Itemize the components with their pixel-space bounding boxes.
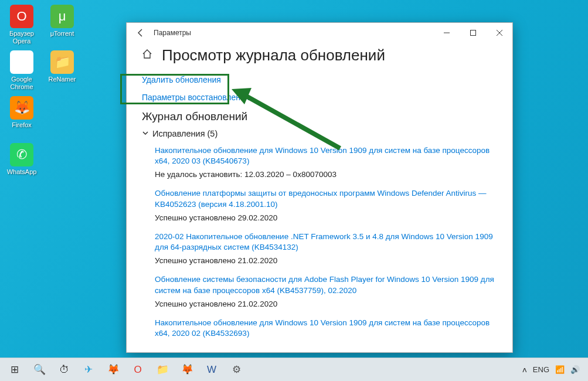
window-title: Параметры xyxy=(154,29,433,37)
update-item: 2020-02 Накопительное обновление .NET Fr… xyxy=(155,232,497,265)
update-title-link[interactable]: Накопительное обновление для Windows 10 … xyxy=(155,318,497,339)
minimize-button[interactable] xyxy=(433,23,460,43)
window-content: Просмотр журнала обновлений Удалить обно… xyxy=(127,43,512,352)
opera-icon[interactable]: O xyxy=(125,358,150,382)
word-icon[interactable]: W xyxy=(199,358,224,382)
desktop-icon-1[interactable]: μμTorrent xyxy=(44,5,80,38)
update-title-link[interactable]: Обновление системы безопасности для Adob… xyxy=(155,274,497,295)
update-list: Накопительное обновление для Windows 10 … xyxy=(142,145,497,339)
update-item: Накопительное обновление для Windows 10 … xyxy=(155,145,497,179)
chevron-down-icon xyxy=(142,130,149,138)
update-title-link[interactable]: 2020-02 Накопительное обновление .NET Fr… xyxy=(155,232,497,253)
desktop-icon-label: Браузер Opera xyxy=(4,30,40,45)
home-icon xyxy=(142,49,152,59)
app-icon: μ xyxy=(50,5,74,28)
update-status: Успешно установлено 21.02.2020 xyxy=(155,256,497,265)
app-icon: O xyxy=(10,5,33,28)
desktop-icon-label: μTorrent xyxy=(44,30,80,38)
home-button[interactable] xyxy=(142,49,154,62)
maximize-icon xyxy=(470,30,476,36)
update-item: Накопительное обновление для Windows 10 … xyxy=(155,318,497,339)
app-icon: ◉ xyxy=(10,50,33,74)
settings-icon[interactable]: ⚙ xyxy=(224,358,249,382)
volume-icon[interactable]: 🔊 xyxy=(570,365,580,374)
taskbar: ⊞🔍⏱✈🦊O📁🦊W⚙ ᴧENG📶🔊 xyxy=(0,358,588,381)
update-status: Успешно установлено 21.02.2020 xyxy=(155,300,497,308)
desktop-icon-0[interactable]: OБраузер Opera xyxy=(4,5,40,45)
firefox-icon[interactable]: 🦊 xyxy=(101,358,125,382)
start-button[interactable]: ⊞ xyxy=(2,358,27,382)
window-controls xyxy=(433,23,512,43)
uninstall-updates-link[interactable]: Удалить обновления xyxy=(142,75,221,84)
desktop-icon-5[interactable]: ✆WhatsApp xyxy=(4,143,40,176)
update-item: Обновление платформы защиты от вредоносн… xyxy=(155,188,497,222)
update-status: Не удалось установить: 12.03.2020 – 0x80… xyxy=(155,170,497,179)
minimize-icon xyxy=(444,30,450,36)
titlebar: Параметры xyxy=(127,23,512,43)
page-heading: Просмотр журнала обновлений xyxy=(162,46,385,64)
back-button[interactable] xyxy=(132,25,149,41)
update-title-link[interactable]: Накопительное обновление для Windows 10 … xyxy=(155,145,497,166)
desktop-icon-label: Firefox xyxy=(4,121,40,129)
desktop-icon-3[interactable]: 📁ReNamer xyxy=(44,50,80,83)
wifi-icon[interactable]: 📶 xyxy=(555,365,565,374)
fixes-group-label: Исправления (5) xyxy=(152,129,217,138)
desktop-icon-label: WhatsApp xyxy=(4,168,40,176)
close-icon xyxy=(497,30,502,36)
search-button[interactable]: 🔍 xyxy=(27,358,52,382)
explorer-icon[interactable]: 📁 xyxy=(150,358,175,382)
desktop-icon-label: ReNamer xyxy=(44,76,80,83)
telegram-icon[interactable]: ✈ xyxy=(76,358,101,382)
system-tray: ᴧENG📶🔊 xyxy=(522,365,586,374)
fixes-group-toggle[interactable]: Исправления (5) xyxy=(142,129,497,138)
task-view-button[interactable]: ⏱ xyxy=(52,358,76,382)
update-item: Обновление системы безопасности для Adob… xyxy=(155,274,497,308)
settings-window: Параметры Просмотр журнала обновлений Уд… xyxy=(126,22,513,353)
app-icon: 🦊 xyxy=(10,96,33,120)
arrow-left-icon xyxy=(136,28,145,38)
language-indicator[interactable]: ENG xyxy=(533,365,549,374)
close-button[interactable] xyxy=(486,23,512,43)
recovery-options-link[interactable]: Параметры восстановления xyxy=(142,93,249,102)
update-title-link[interactable]: Обновление платформы защиты от вредоносн… xyxy=(155,188,497,209)
desktop-icon-2[interactable]: ◉Google Chrome xyxy=(4,50,40,90)
desktop-icon-4[interactable]: 🦊Firefox xyxy=(4,96,40,129)
svg-rect-3 xyxy=(470,30,475,36)
app-icon: 📁 xyxy=(50,50,74,74)
app-icon: ✆ xyxy=(10,143,33,166)
firefox-icon[interactable]: 🦊 xyxy=(175,358,199,382)
update-status: Успешно установлено 29.02.2020 xyxy=(155,213,497,222)
page-heading-row: Просмотр журнала обновлений xyxy=(142,46,497,64)
journal-heading: Журнал обновлений xyxy=(142,110,497,123)
tray-expand-icon[interactable]: ᴧ xyxy=(522,365,527,374)
maximize-button[interactable] xyxy=(460,23,486,43)
desktop-icon-label: Google Chrome xyxy=(4,76,40,90)
